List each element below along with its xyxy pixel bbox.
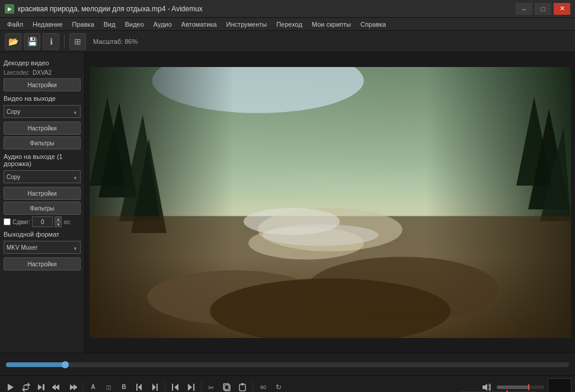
menu-auto[interactable]: Автоматика bbox=[177, 20, 222, 29]
prev-frame-button[interactable] bbox=[50, 380, 64, 393]
svg-marker-40 bbox=[483, 384, 487, 391]
svg-marker-24 bbox=[52, 384, 56, 390]
volume-slider[interactable] bbox=[497, 385, 544, 389]
video-codec-select[interactable]: Copy bbox=[4, 105, 81, 118]
volume-icon[interactable] bbox=[479, 380, 493, 393]
svg-rect-22 bbox=[43, 384, 44, 390]
svg-marker-21 bbox=[38, 384, 42, 390]
audio-codec-select[interactable]: Copy bbox=[4, 170, 81, 183]
maximize-button[interactable]: □ bbox=[535, 3, 551, 15]
controls-bar: A ◫ B ✂ 60 ↻ bbox=[0, 375, 575, 392]
copy-button[interactable] bbox=[220, 380, 234, 393]
seekbar-thumb[interactable] bbox=[62, 361, 69, 368]
set-mark-in-button[interactable] bbox=[132, 380, 146, 393]
nudge-label: Сдвиг: bbox=[12, 219, 30, 225]
open-button[interactable]: 📂 bbox=[5, 33, 21, 50]
main-area: Декодер видео Lavcodec DXVA2 Настройки В… bbox=[0, 52, 575, 353]
scene-overlay bbox=[90, 67, 571, 338]
menu-edit[interactable]: Правка bbox=[68, 20, 99, 29]
controls-separator-3 bbox=[201, 381, 202, 393]
svg-marker-20 bbox=[8, 384, 14, 391]
video-settings-button[interactable]: Настройки bbox=[4, 122, 81, 135]
audio-codec-select-wrapper: Copy bbox=[4, 170, 81, 185]
left-panel: Декодер видео Lavcodec DXVA2 Настройки В… bbox=[0, 52, 85, 353]
video-canvas bbox=[90, 67, 571, 338]
svg-marker-23 bbox=[55, 384, 59, 390]
svg-marker-31 bbox=[174, 384, 178, 391]
info-button[interactable]: ℹ bbox=[43, 33, 59, 50]
save-button[interactable]: 💾 bbox=[24, 33, 40, 50]
nudge-input[interactable] bbox=[32, 216, 53, 227]
nudge-row: Сдвиг: ▲ ▼ мс bbox=[4, 216, 81, 227]
nudge-down-button[interactable]: ▼ bbox=[55, 222, 62, 227]
set-mark-out-button[interactable] bbox=[148, 380, 162, 393]
nudge-spinner: ▲ ▼ bbox=[55, 216, 62, 227]
format-select-wrapper: MKV Muxer bbox=[4, 241, 81, 256]
window-controls: – □ ✕ bbox=[516, 3, 570, 15]
svg-rect-30 bbox=[156, 384, 158, 391]
menu-transition[interactable]: Переход bbox=[271, 20, 307, 29]
menu-video[interactable]: Видео bbox=[120, 20, 149, 29]
decoder-name: Lavcodec bbox=[4, 69, 30, 76]
video-codec-select-wrapper: Copy bbox=[4, 105, 81, 120]
format-select[interactable]: MKV Muxer bbox=[4, 241, 81, 254]
titlebar: ▶ красивая природа, мелодии для отдыха.m… bbox=[0, 0, 575, 18]
decoder-info-row: Lavcodec DXVA2 bbox=[4, 69, 81, 76]
controls-separator-4 bbox=[253, 381, 253, 393]
menu-help[interactable]: Справка bbox=[356, 20, 391, 29]
menu-file[interactable]: Файл bbox=[2, 20, 28, 29]
controls-separator-1 bbox=[82, 381, 83, 393]
next-button[interactable] bbox=[34, 380, 49, 393]
b-frame-button[interactable]: B bbox=[117, 380, 131, 393]
window-title: красивая природа, мелодии для отдыха.mp4… bbox=[18, 5, 516, 13]
props-button[interactable]: ⊞ bbox=[69, 33, 86, 50]
goto-seconds-button[interactable]: 60 bbox=[256, 380, 270, 393]
output-format-title: Выходной формат bbox=[4, 231, 81, 238]
video-filters-button[interactable]: Фильтры bbox=[4, 136, 81, 149]
minimize-button[interactable]: – bbox=[516, 3, 532, 15]
video-area bbox=[85, 52, 575, 353]
goto-start-button[interactable] bbox=[168, 380, 183, 393]
video-output-title: Видео на выходе bbox=[4, 95, 81, 102]
menubar: Файл Недавние Правка Вид Видео Аудио Авт… bbox=[0, 18, 575, 31]
decoder-settings-button[interactable]: Настройки bbox=[4, 78, 81, 91]
loop-button[interactable] bbox=[19, 380, 33, 393]
play-button[interactable] bbox=[4, 380, 18, 393]
svg-point-19 bbox=[263, 224, 378, 246]
volume-fill bbox=[497, 385, 529, 389]
seekbar-fill bbox=[6, 362, 65, 367]
text-insert-button[interactable]: A bbox=[86, 380, 100, 393]
format-settings-button[interactable]: Настройки bbox=[4, 257, 81, 270]
svg-marker-25 bbox=[70, 384, 74, 390]
video-preview[interactable] bbox=[90, 67, 571, 338]
svg-marker-29 bbox=[152, 384, 156, 391]
scale-label: Масштаб: 86% bbox=[93, 38, 138, 45]
goto-end-button[interactable] bbox=[184, 380, 198, 393]
menu-tools[interactable]: Инструменты bbox=[222, 20, 272, 29]
nudge-up-button[interactable]: ▲ bbox=[55, 216, 62, 222]
svg-marker-26 bbox=[74, 384, 77, 390]
audio-settings-button[interactable]: Настройки bbox=[4, 187, 81, 200]
unknown-button[interactable]: ◫ bbox=[101, 380, 116, 393]
repeat-button[interactable]: ↻ bbox=[271, 380, 286, 393]
decoder-value: DXVA2 bbox=[33, 69, 52, 76]
menu-audio[interactable]: Аудио bbox=[149, 20, 177, 29]
audio-filters-button[interactable]: Фильтры bbox=[4, 202, 81, 215]
volume-marker bbox=[528, 384, 529, 390]
toolbar: 📂 💾 ℹ ⊞ Масштаб: 86% bbox=[0, 31, 575, 52]
paste-button[interactable] bbox=[235, 380, 250, 393]
seekbar-track[interactable] bbox=[6, 362, 569, 367]
cut-button[interactable]: ✂ bbox=[205, 380, 219, 393]
controls-right bbox=[479, 378, 571, 393]
close-button[interactable]: ✕ bbox=[554, 3, 570, 15]
svg-marker-27 bbox=[138, 384, 142, 391]
menu-view[interactable]: Вид bbox=[99, 20, 120, 29]
menu-recent[interactable]: Недавние bbox=[28, 20, 68, 29]
nudge-checkbox[interactable] bbox=[4, 218, 11, 225]
video-decoder-title: Декодер видео bbox=[4, 59, 81, 66]
seekbar-area bbox=[0, 353, 575, 375]
controls-separator-2 bbox=[165, 381, 165, 393]
menu-scripts[interactable]: Мои скрипты bbox=[307, 20, 356, 29]
svg-text:✂: ✂ bbox=[208, 384, 214, 392]
next-frame-button[interactable] bbox=[65, 380, 79, 393]
